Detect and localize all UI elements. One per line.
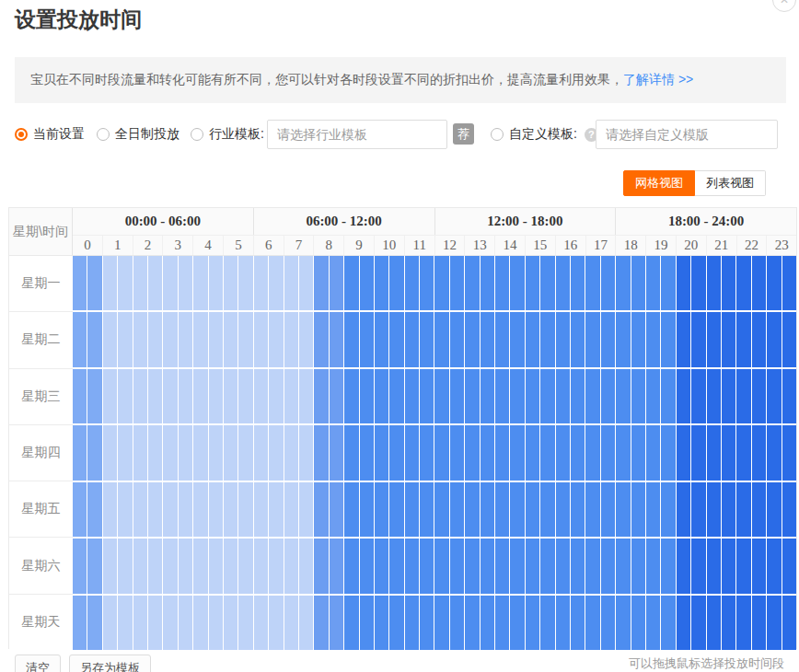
time-cell[interactable] (209, 482, 223, 537)
time-cell[interactable] (752, 256, 766, 310)
time-cell[interactable] (375, 369, 388, 423)
time-cell[interactable] (526, 596, 539, 650)
time-cell[interactable] (691, 256, 705, 310)
time-cell[interactable] (405, 369, 419, 423)
time-cell[interactable] (209, 369, 223, 423)
time-cell[interactable] (420, 369, 434, 423)
time-cell[interactable] (481, 256, 494, 310)
close-icon[interactable]: ✕ (772, 0, 796, 12)
time-cell[interactable] (284, 312, 298, 366)
time-cell[interactable] (209, 312, 223, 366)
clear-button[interactable]: 清空 (15, 655, 61, 672)
time-cell[interactable] (179, 369, 192, 423)
time-cell[interactable] (299, 482, 313, 537)
time-cell[interactable] (254, 539, 268, 593)
time-cell[interactable] (389, 482, 403, 537)
time-cell[interactable] (360, 369, 374, 423)
time-cell[interactable] (434, 425, 448, 480)
time-cell[interactable] (179, 256, 192, 310)
time-cell[interactable] (585, 482, 599, 537)
time-cell[interactable] (677, 482, 690, 537)
time-cell[interactable] (344, 425, 358, 480)
time-cell[interactable] (677, 256, 690, 310)
time-cell[interactable] (661, 596, 675, 650)
time-cell[interactable] (601, 256, 615, 310)
time-cell[interactable] (420, 482, 434, 537)
time-cell[interactable] (782, 312, 796, 366)
time-cell[interactable] (556, 369, 570, 423)
time-cell[interactable] (767, 312, 781, 366)
time-cell[interactable] (661, 369, 675, 423)
time-cell[interactable] (238, 482, 252, 537)
time-cell[interactable] (736, 539, 750, 593)
time-cell[interactable] (722, 482, 735, 537)
time-cell[interactable] (616, 369, 630, 423)
time-cell[interactable] (481, 312, 494, 366)
time-cell[interactable] (585, 596, 599, 650)
time-cell[interactable] (179, 425, 192, 480)
time-cell[interactable] (193, 425, 207, 480)
time-cell[interactable] (360, 596, 374, 650)
time-cell[interactable] (193, 256, 207, 310)
time-cell[interactable] (73, 256, 87, 310)
time-cell[interactable] (767, 369, 781, 423)
time-cell[interactable] (631, 369, 645, 423)
time-cell[interactable] (450, 256, 464, 310)
time-cell[interactable] (616, 482, 630, 537)
time-cell[interactable] (103, 256, 117, 310)
time-cell[interactable] (405, 256, 419, 310)
time-cell[interactable] (736, 312, 750, 366)
time-cell[interactable] (661, 312, 675, 366)
time-cell[interactable] (782, 482, 796, 537)
time-cell[interactable] (465, 425, 479, 480)
time-cell[interactable] (118, 596, 132, 650)
time-cell[interactable] (571, 539, 585, 593)
time-cell[interactable] (782, 256, 796, 310)
time-cell[interactable] (405, 596, 419, 650)
time-cell[interactable] (450, 482, 464, 537)
time-cell[interactable] (434, 539, 448, 593)
time-cell[interactable] (314, 539, 328, 593)
time-cell[interactable] (722, 369, 735, 423)
save-as-template-button[interactable]: 另存为模板 (69, 655, 151, 672)
radio-custom[interactable] (491, 128, 504, 141)
time-cell[interactable] (782, 425, 796, 480)
time-cell[interactable] (344, 482, 358, 537)
time-cell[interactable] (677, 596, 690, 650)
time-cell[interactable] (707, 596, 721, 650)
time-cell[interactable] (707, 312, 721, 366)
time-cell[interactable] (661, 256, 675, 310)
time-cell[interactable] (420, 425, 434, 480)
learn-more-link[interactable]: 了解详情 >> (623, 72, 693, 88)
time-cell[interactable] (616, 425, 630, 480)
time-cell[interactable] (722, 596, 735, 650)
time-cell[interactable] (299, 539, 313, 593)
time-cell[interactable] (148, 312, 162, 366)
time-cell[interactable] (465, 539, 479, 593)
time-cell[interactable] (389, 256, 403, 310)
time-cell[interactable] (661, 539, 675, 593)
time-cell[interactable] (526, 369, 539, 423)
option-custom-template[interactable]: 自定义模板: ? (491, 120, 598, 149)
time-cell[interactable] (375, 425, 388, 480)
time-cell[interactable] (752, 369, 766, 423)
time-cell[interactable] (465, 482, 479, 537)
time-cell[interactable] (118, 369, 132, 423)
time-cell[interactable] (224, 256, 237, 310)
time-cell[interactable] (571, 482, 585, 537)
time-cell[interactable] (314, 312, 328, 366)
time-cell[interactable] (691, 482, 705, 537)
time-cell[interactable] (601, 482, 615, 537)
time-cell[interactable] (434, 596, 448, 650)
time-cell[interactable] (269, 312, 283, 366)
time-cell[interactable] (133, 369, 147, 423)
time-cell[interactable] (238, 596, 252, 650)
time-cell[interactable] (163, 425, 177, 480)
time-cell[interactable] (118, 539, 132, 593)
time-cell[interactable] (314, 482, 328, 537)
time-cell[interactable] (677, 539, 690, 593)
time-cell[interactable] (375, 539, 388, 593)
time-cell[interactable] (782, 369, 796, 423)
time-cell[interactable] (87, 425, 101, 480)
time-cell[interactable] (148, 425, 162, 480)
